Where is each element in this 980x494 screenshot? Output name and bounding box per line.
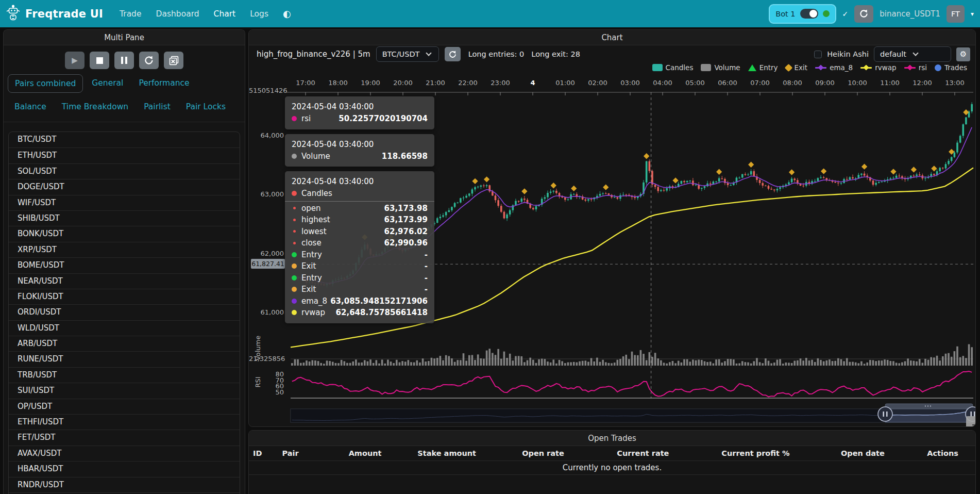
legend-rvwap[interactable]: rvwap (860, 63, 896, 72)
bot-toggle[interactable] (800, 9, 818, 19)
tab-performance[interactable]: Performance (132, 74, 196, 93)
trades-circle-icon (935, 64, 941, 71)
brand[interactable]: Freqtrade UI (6, 5, 103, 23)
pair-row-near[interactable]: NEAR/USDT (9, 273, 240, 289)
resize-handle[interactable] (966, 416, 976, 427)
pair-row-rndr[interactable]: RNDR/USDT (9, 477, 240, 492)
col-pair: Pair (278, 446, 332, 460)
legend-trades[interactable]: Trades (935, 63, 967, 72)
x-tick-1200: 12:00 (913, 79, 932, 87)
ema_8-marker-icon (292, 299, 297, 304)
pair-row-sol[interactable]: SOL/USDT (9, 163, 240, 179)
tooltip-section: 2024-05-04 03:40:00rsi50.22577020190704 (285, 96, 434, 129)
tab-pairs-combined[interactable]: Pairs combined (8, 74, 83, 93)
pair-row-shib[interactable]: SHIB/USDT (9, 210, 240, 226)
play-button[interactable]: ▶ (65, 52, 85, 69)
tooltip-label: Entry (301, 273, 322, 283)
col-amount: Amount (332, 446, 398, 460)
legend-label: rvwap (875, 63, 896, 72)
pair-row-trb[interactable]: TRB/USDT (9, 367, 240, 383)
nav-chart[interactable]: Chart (214, 9, 236, 19)
reload-config-button[interactable] (139, 52, 159, 69)
pair-row-avax[interactable]: AVAX/USDT (9, 446, 240, 461)
tab-balance[interactable]: Balance (8, 98, 53, 116)
tooltip-timestamp: 2024-05-04 03:40:00 (292, 176, 428, 188)
tooltip-row: Exit- (292, 284, 428, 295)
pair-row-floki[interactable]: FLOKI/USDT (9, 289, 240, 304)
tab-general[interactable]: General (85, 74, 130, 93)
pair-row-sui[interactable]: SUI/USDT (9, 383, 240, 398)
tooltip-label: open (301, 204, 320, 213)
navbar: Freqtrade UI TradeDashboardChartLogs ◐ B… (0, 0, 980, 27)
tooltip-label: ema_8 (301, 297, 327, 306)
pairs-list: BTC/USDTETH/USDTSOL/USDTDOGE/USDTWIF/USD… (8, 131, 240, 494)
pair-row-bome[interactable]: BOME/USDT (9, 257, 240, 273)
tooltip-row: open63,173.98 (292, 203, 428, 215)
tooltip-row: highest63,173.99 (292, 214, 428, 226)
legend-ema_8[interactable]: ema_8 (815, 63, 853, 72)
nav-trade[interactable]: Trade (120, 9, 141, 19)
tooltip-value: 62,990.96 (384, 238, 428, 248)
theme-toggle-icon[interactable]: ◐ (283, 8, 291, 19)
legend-entry[interactable]: Entry (748, 63, 778, 72)
pair-row-fet[interactable]: FET/USDT (9, 430, 240, 445)
highest-marker-icon (293, 219, 296, 221)
user-avatar[interactable]: FT (947, 5, 965, 23)
tab-time-breakdown[interactable]: Time Breakdown (55, 98, 135, 116)
bot-selector[interactable]: Bot 1 (769, 4, 836, 24)
x-tick-0400: 04:00 (653, 79, 672, 87)
multi-pane-panel: Multi Pane ▶ Pairs combinedGeneralPerfor… (3, 29, 245, 494)
tab-pairlist[interactable]: Pairlist (137, 98, 177, 116)
stop-button[interactable] (90, 52, 109, 69)
legend-volume[interactable]: Volume (701, 63, 740, 72)
legend-candles[interactable]: Candles (652, 63, 694, 72)
pair-row-doge[interactable]: DOGE/USDT (9, 179, 240, 194)
exit-marker-icon (292, 287, 297, 292)
pair-row-wld[interactable]: WLD/USDT (9, 320, 240, 336)
pair-row-xrp[interactable]: XRP/USDT (9, 242, 240, 257)
tooltip-row: Entry- (292, 272, 428, 284)
tooltip-row: rsi50.22577020190704 (292, 113, 428, 125)
legend-rsi[interactable]: rsi (904, 63, 927, 72)
pair-row-arb[interactable]: ARB/USDT (9, 336, 240, 351)
legend-exit[interactable]: Exit (786, 63, 808, 72)
clear-trades-button[interactable] (164, 52, 183, 69)
tooltip-row: Entry- (292, 249, 428, 261)
global-refresh-button[interactable] (854, 5, 873, 23)
tooltip-value: - (425, 285, 428, 294)
x-tick-2300: 23:00 (491, 79, 510, 87)
pair-select[interactable]: BTC/USDT (376, 46, 439, 62)
pair-row-bonk[interactable]: BONK/USDT (9, 226, 240, 241)
tooltip-row: Exit- (292, 260, 428, 272)
pair-row-hbar[interactable]: HBAR/USDT (9, 461, 240, 476)
open-trades-title: Open Trades (249, 431, 975, 446)
price-chart-canvas[interactable]: 17:0018:0019:0020:0021:0022:0023:00401:0… (249, 76, 976, 427)
tab-pair-locks[interactable]: Pair Locks (179, 98, 232, 116)
plot-settings-button[interactable]: ⚙ (956, 47, 970, 61)
chart-tooltip: 2024-05-04 03:40:00rsi50.225770201907042… (285, 96, 434, 328)
legend-label: ema_8 (830, 63, 853, 72)
legend-label: Entry (759, 63, 778, 72)
x-tick-0500: 05:00 (685, 79, 704, 87)
x-tick-0100: 01:00 (555, 79, 575, 87)
pair-row-op[interactable]: OP/USDT (9, 399, 240, 414)
pair-row-ordi[interactable]: ORDI/USDT (9, 304, 240, 320)
plot-config-select[interactable]: default (874, 46, 951, 62)
nav-logs[interactable]: Logs (250, 9, 268, 19)
strategy-label: high_frog_binance_v226 | 5m (257, 50, 370, 59)
chart-refresh-button[interactable] (445, 47, 461, 61)
nav-dashboard[interactable]: Dashboard (156, 9, 199, 19)
x-tick-1000: 10:00 (848, 79, 867, 87)
tooltip-label: Exit (301, 285, 316, 294)
heikin-ashi-checkbox[interactable] (814, 51, 822, 58)
exit-marker-icon (292, 264, 297, 269)
pause-button[interactable] (114, 52, 134, 69)
pair-row-btc[interactable]: BTC/USDT (9, 132, 240, 147)
pair-row-wif[interactable]: WIF/USDT (9, 195, 240, 210)
pair-row-rune[interactable]: RUNE/USDT (9, 351, 240, 367)
bot-online-dot (823, 10, 830, 17)
user-menu-caret-icon[interactable]: ▾ (971, 10, 974, 18)
pair-row-ethfi[interactable]: ETHFI/USDT (9, 414, 240, 430)
tooltip-label: rvwap (301, 308, 325, 317)
pair-row-eth[interactable]: ETH/USDT (9, 147, 240, 163)
